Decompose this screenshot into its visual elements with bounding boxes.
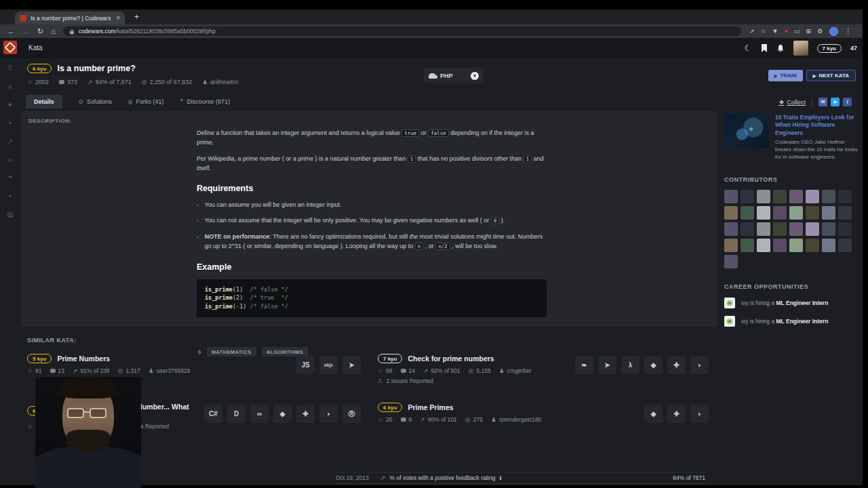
contributor-avatar[interactable] [838, 222, 852, 236]
language-icon-objc[interactable]: objc [319, 356, 338, 374]
language-icon-node[interactable]: ◆ [644, 356, 663, 374]
stat-user[interactable]: ♟arithmetric [202, 79, 239, 85]
stat-user[interactable]: ♟user3765829 [149, 367, 191, 374]
language-icon-infinity[interactable]: ∞ [250, 405, 269, 423]
contributor-avatar[interactable] [822, 239, 835, 252]
share-icon[interactable]: ↗ [749, 28, 755, 35]
next-kata-button[interactable]: ▶NEXT KATA [806, 70, 856, 81]
user-rank-badge[interactable]: 7 kyu [817, 44, 842, 53]
contributor-avatar[interactable] [724, 222, 738, 236]
tab-forks[interactable]: ψForks (41) [128, 98, 163, 105]
language-icon-stone[interactable]: ◗ [690, 405, 709, 423]
spar-icon[interactable]: ✦ [7, 102, 13, 108]
tab-discourse[interactable]: ❞Discourse (971) [180, 98, 230, 105]
stat-user[interactable]: ♟rprendergast180 [491, 416, 541, 423]
twitter-icon[interactable]: ➤ [831, 98, 840, 106]
language-icon-js[interactable]: JS [296, 356, 315, 374]
contributor-avatar[interactable] [789, 239, 803, 252]
language-icon-swift[interactable]: ➤ [598, 356, 616, 374]
language-icon-swift[interactable]: ➤ [342, 356, 361, 374]
contributor-avatar[interactable] [724, 206, 738, 220]
info-icon[interactable]: ℹ [499, 475, 501, 481]
train-button[interactable]: ▶TRAIN [768, 70, 803, 81]
contributor-avatar[interactable] [757, 206, 770, 220]
stat-user[interactable]: ♟cmgerber [499, 367, 532, 374]
codewars-logo-icon[interactable] [3, 41, 17, 54]
tab-solutions[interactable]: ⊙Solutions [79, 98, 113, 105]
career-listing[interactable]: ◉ivy is hiring a ML Engineer Intern [724, 316, 863, 327]
bookmark-star-icon[interactable]: ☆ [760, 28, 766, 35]
language-icon-node[interactable]: ◆ [644, 405, 663, 423]
language-icon-node[interactable]: ◆ [273, 405, 292, 423]
tab-close-icon[interactable]: × [116, 15, 120, 22]
similar-kata-title[interactable]: Prime Numbers [57, 354, 110, 363]
browser-tab[interactable]: Is a number prime? | Codewars × [15, 12, 125, 24]
browser-profile-avatar[interactable] [829, 27, 838, 36]
collect-button[interactable]: ❖Collect [778, 99, 806, 106]
contributor-avatar[interactable] [806, 190, 819, 203]
language-icon-crystal[interactable]: ❧ [575, 356, 593, 374]
sponsor-title-link[interactable]: 10 Traits Employers Look for When Hiring… [775, 114, 863, 137]
contributor-avatar[interactable] [757, 222, 770, 236]
language-icon-plus[interactable]: ✚ [667, 405, 686, 423]
chat-icon[interactable]: ❝ [8, 175, 12, 182]
facebook-icon[interactable]: f [843, 98, 852, 106]
contributor-avatar[interactable] [773, 222, 787, 236]
contributor-avatar[interactable] [806, 239, 819, 252]
dark-mode-moon-icon[interactable]: ☾ [745, 43, 752, 53]
contributor-avatar[interactable] [773, 239, 787, 252]
apps-grid-icon[interactable]: ⊞ [806, 28, 811, 35]
contributor-avatar[interactable] [838, 239, 852, 252]
language-icon-plus[interactable]: ✚ [667, 356, 686, 374]
language-icon-stone[interactable]: ◗ [690, 356, 709, 374]
similar-kata-title[interactable]: Prime Primes [408, 403, 453, 411]
contributor-avatar[interactable] [773, 190, 787, 203]
career-listing[interactable]: ◉ivy is hiring a ML Engineer Intern [724, 298, 863, 308]
reload-icon[interactable]: ↻ [37, 28, 43, 35]
language-icon-r[interactable]: Ⓡ [342, 405, 361, 423]
contributor-avatar[interactable] [838, 190, 852, 203]
language-icon-stone[interactable]: ◗ [319, 405, 338, 423]
language-icon-csharp[interactable]: C# [204, 405, 222, 423]
similar-kata-title[interactable]: Check for prime numbers [408, 354, 494, 363]
chevron-down-icon[interactable]: ▾ [471, 72, 479, 80]
home-icon[interactable]: ⌂ [51, 28, 56, 35]
contributor-avatar[interactable] [724, 190, 738, 203]
contributor-avatar[interactable] [724, 255, 738, 268]
contributor-avatar[interactable] [806, 222, 819, 236]
grip-icon[interactable]: ⠿ [7, 65, 12, 72]
address-bar[interactable]: codewars.com/kata/5262119038c0985a5b0002… [63, 26, 741, 36]
docs-icon[interactable]: ▤ [7, 211, 13, 218]
contributor-avatar[interactable] [789, 222, 803, 236]
user-avatar[interactable] [793, 41, 808, 56]
nav-kata-link[interactable]: Kata [28, 44, 43, 52]
contributor-avatar[interactable] [806, 206, 819, 220]
cast-icon[interactable]: ▭ [794, 28, 800, 35]
contributor-avatar[interactable] [789, 206, 803, 220]
dot-icon[interactable]: • [9, 193, 12, 200]
sponsor-thumbnail[interactable] [724, 114, 769, 148]
back-icon[interactable]: ← [7, 28, 15, 35]
language-icon-d[interactable]: D [227, 405, 245, 423]
contributor-avatar[interactable] [741, 239, 754, 252]
contributor-avatar[interactable] [741, 190, 754, 203]
notifications-bell-icon[interactable] [776, 44, 785, 53]
contributor-avatar[interactable] [822, 206, 835, 220]
extensions-puzzle-icon[interactable]: ⚙ [817, 28, 823, 35]
contributor-avatar[interactable] [822, 190, 835, 203]
language-selector[interactable]: PHP ▾ [424, 68, 484, 83]
stats-icon[interactable]: ↗ [7, 138, 13, 145]
dot-icon[interactable]: • [9, 120, 12, 127]
sword-icon[interactable]: ⚔ [7, 83, 14, 90]
contributor-avatar[interactable] [724, 239, 738, 252]
extension-red-icon[interactable]: ● [784, 28, 787, 35]
language-icon-plus[interactable]: ✚ [296, 405, 315, 423]
contributor-avatar[interactable] [757, 190, 770, 203]
contributor-avatar[interactable] [757, 239, 770, 252]
bookmark-icon[interactable] [761, 44, 768, 52]
contributor-avatar[interactable] [741, 206, 754, 220]
forward-icon[interactable]: → [22, 28, 30, 35]
new-tab-button[interactable]: + [134, 12, 139, 22]
contributor-avatar[interactable] [741, 222, 754, 236]
contributor-avatar[interactable] [773, 206, 787, 220]
